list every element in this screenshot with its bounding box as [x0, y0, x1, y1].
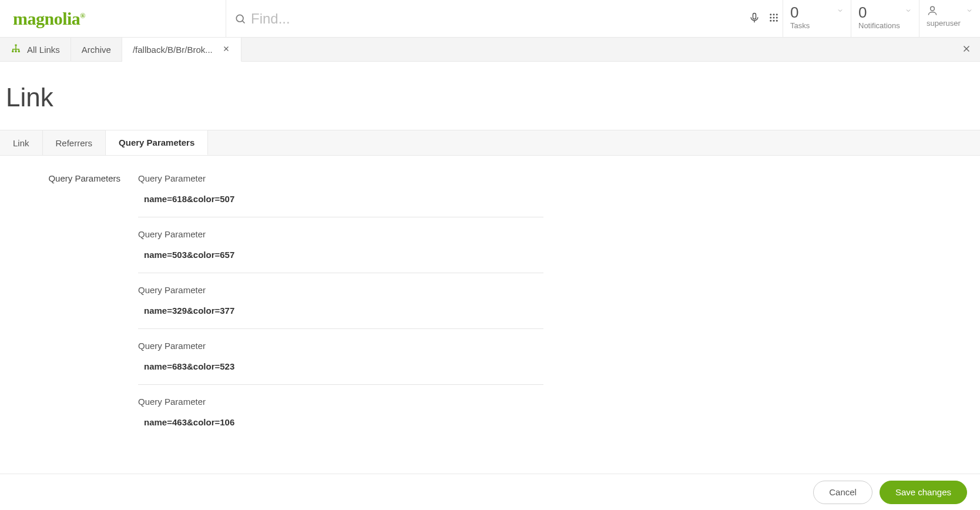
svg-rect-15 — [12, 51, 14, 52]
svg-rect-16 — [15, 51, 17, 52]
user-icon — [927, 5, 938, 19]
svg-point-0 — [236, 15, 243, 22]
logo-text: magnolia® — [13, 9, 85, 29]
query-parameters-section: Query Parameters Query Parameter name=61… — [0, 156, 980, 474]
svg-point-13 — [931, 6, 935, 11]
chevron-down-icon — [905, 6, 912, 16]
apps-grid-icon[interactable] — [768, 12, 779, 25]
param-label: Query Parameter — [138, 397, 543, 407]
svg-point-6 — [776, 14, 778, 15]
tab-archive[interactable]: Archive — [71, 38, 122, 62]
svg-point-10 — [770, 19, 771, 21]
param-label: Query Parameter — [138, 229, 543, 239]
svg-line-1 — [243, 21, 245, 23]
param-label: Query Parameter — [138, 285, 543, 295]
svg-point-8 — [773, 16, 775, 18]
tab-label: Archive — [82, 45, 111, 55]
tasks-count: 0 — [790, 5, 844, 20]
footer-actions: Cancel Save changes — [0, 474, 980, 510]
param-item: Query Parameter name=683&color=523 — [138, 341, 543, 385]
param-value: name=683&color=523 — [138, 361, 543, 371]
param-item: Query Parameter name=463&color=106 — [138, 397, 543, 440]
svg-rect-14 — [15, 45, 17, 46]
svg-rect-17 — [18, 51, 20, 52]
user-widget[interactable]: superuser — [919, 0, 980, 37]
svg-point-7 — [770, 16, 771, 18]
chevron-down-icon — [966, 6, 973, 16]
svg-point-11 — [773, 19, 775, 21]
find-bar — [226, 0, 783, 37]
subtab-link[interactable]: Link — [0, 130, 43, 155]
svg-point-5 — [773, 14, 775, 15]
search-icon — [234, 13, 246, 25]
notifications-label: Notifications — [858, 21, 912, 30]
user-label: superuser — [927, 19, 961, 28]
cancel-button[interactable]: Cancel — [813, 481, 872, 504]
subtab-referrers[interactable]: Referrers — [43, 130, 106, 155]
svg-point-4 — [770, 14, 771, 15]
param-value: name=329&color=377 — [138, 306, 543, 316]
param-item: Query Parameter name=329&color=377 — [138, 285, 543, 329]
main-tabstrip: All Links Archive /fallback/B/Br/Brok... — [0, 38, 980, 62]
param-item: Query Parameter name=503&color=657 — [138, 229, 543, 273]
tasks-label: Tasks — [790, 21, 844, 30]
svg-point-12 — [776, 19, 778, 21]
param-label: Query Parameter — [138, 173, 543, 183]
mic-icon[interactable] — [749, 11, 760, 26]
tab-all-links[interactable]: All Links — [0, 38, 71, 62]
params-list: Query Parameter name=618&color=507 Query… — [138, 173, 543, 452]
save-button[interactable]: Save changes — [880, 481, 967, 504]
section-label: Query Parameters — [12, 173, 138, 452]
tab-fallback-path[interactable]: /fallback/B/Br/Brok... — [122, 38, 241, 62]
find-input[interactable] — [251, 11, 486, 27]
page-scroll[interactable]: Link Link Referrers Query Parameters Que… — [0, 62, 980, 474]
close-all-icon[interactable] — [961, 43, 972, 56]
svg-point-9 — [776, 16, 778, 18]
app-header: magnolia® 0 Tasks 0 Notifications — [0, 0, 980, 38]
subtab-query-parameters[interactable]: Query Parameters — [106, 130, 208, 155]
page-title: Link — [0, 62, 980, 130]
close-icon[interactable] — [219, 45, 230, 55]
param-value: name=503&color=657 — [138, 250, 543, 260]
subtabs: Link Referrers Query Parameters — [0, 130, 980, 156]
sitemap-icon — [11, 43, 21, 56]
chevron-down-icon — [837, 6, 844, 16]
param-label: Query Parameter — [138, 341, 543, 351]
param-item: Query Parameter name=618&color=507 — [138, 173, 543, 217]
notifications-widget[interactable]: 0 Notifications — [851, 0, 919, 37]
notifications-count: 0 — [858, 5, 912, 20]
tab-label: /fallback/B/Br/Brok... — [133, 45, 213, 55]
tab-label: All Links — [27, 45, 60, 55]
logo: magnolia® — [0, 0, 226, 37]
param-value: name=618&color=507 — [138, 194, 543, 204]
tasks-widget[interactable]: 0 Tasks — [783, 0, 851, 37]
param-value: name=463&color=106 — [138, 417, 543, 427]
svg-rect-2 — [753, 13, 756, 19]
